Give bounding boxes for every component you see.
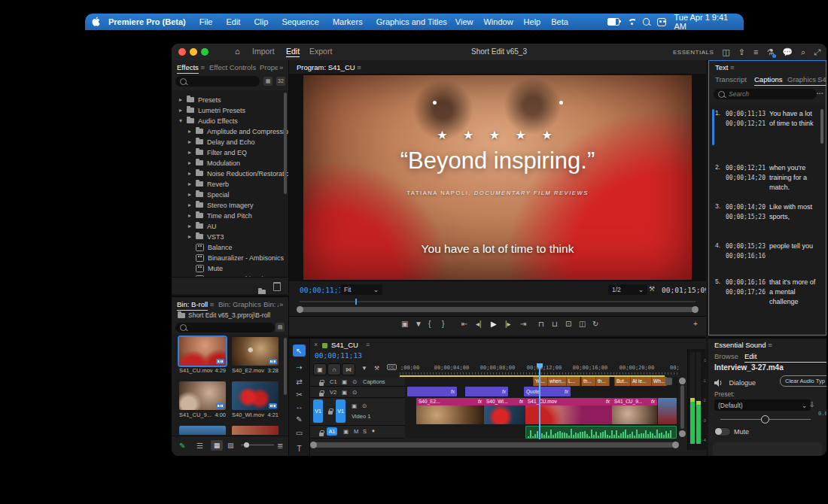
video-clip-partial[interactable] [658,398,677,424]
export-frame-icon[interactable]: ⊡ [565,320,571,328]
tree-item-noise-reduction[interactable]: ▸Noise Reduction/Restoration [172,169,288,178]
playhead-line[interactable] [539,369,540,439]
control-center-icon[interactable] [657,18,667,26]
fit-dropdown[interactable]: Fit⌄ [340,284,382,295]
caption-text[interactable]: when you're training for a match. [769,163,817,193]
mark-out-icon[interactable]: } [442,320,444,328]
caption-clip[interactable]: Wh... [651,377,667,386]
tree-item-presets[interactable]: ▸Presets [172,95,288,105]
menu-clip[interactable]: Clip [247,17,275,26]
track-header-v1[interactable]: V1 V1 ▣ ⊙ Video 1 [310,398,405,426]
clear-audio-type-button[interactable]: Clear Audio Typ [780,375,826,387]
chevron-icon[interactable]: ▸ [179,107,187,114]
nav-export[interactable]: Export [309,47,332,56]
timeline-timecode[interactable]: 00;00;11;13 [315,351,362,360]
wifi-icon[interactable] [627,19,635,26]
lock-icon[interactable] [319,382,324,386]
source-patch-v1[interactable]: V1 [313,399,323,423]
freeform-view-icon[interactable]: ▧ [227,442,234,449]
proxy-toggle-icon[interactable]: ↻ [592,320,598,328]
graphic-clip[interactable]: fx [407,387,457,396]
ripple-edit-tool[interactable]: ⇄ [293,375,306,387]
mute-toggle[interactable] [714,427,731,436]
graphic-clip-quote[interactable]: Quotefx [524,387,571,396]
tree-item-lumetri-presets[interactable]: ▸Lumetri Presets [172,105,288,115]
transform-handle[interactable] [433,101,437,105]
caption-clip[interactable]: L... [566,377,580,386]
bin-clip-s41-cu-9[interactable]: S41_CU_9...4:00 [179,381,226,418]
tree-item-reverb[interactable]: ▸Reverb [172,179,288,189]
tab-overflow-icon[interactable]: » [279,300,283,308]
zoom-slider-knob[interactable] [244,442,249,448]
mark-in-icon[interactable]: { [428,320,431,328]
panel-menu-icon[interactable]: ≡ [768,341,772,349]
chevron-icon[interactable]: ▸ [188,202,196,208]
menu-view[interactable]: View [454,17,475,26]
track-header-c1[interactable]: C1 ▣ ⊙ Captions [310,377,405,387]
menu-markers[interactable]: Markers [326,17,370,26]
caption-row-2[interactable]: 2. 00;00;12;2100;00;14;20 when you're tr… [715,163,822,193]
nav-import[interactable]: Import [252,47,275,56]
panel-menu-icon[interactable]: ≡ [201,63,205,71]
solo-track-button[interactable]: S [363,428,367,435]
tree-item-amplitude[interactable]: ▸Amplitude and Compression [172,126,288,136]
close-window-button[interactable] [178,48,186,56]
playback-resolution-dropdown[interactable]: 1/2⌄ [608,284,647,295]
selection-tool[interactable]: ↖ [293,345,306,357]
caption-text[interactable]: people tell you [769,241,817,261]
preset-dropdown[interactable]: (Default)⌄ [714,399,811,411]
track-visibility-eye-icon[interactable]: ⊙ [352,378,357,385]
tab-overflow[interactable]: S4 [817,75,826,83]
marker-icon[interactable]: ▼ [415,320,422,328]
bin-clip-s41-cu[interactable]: S41_CU.mov4:29 [179,337,226,374]
effects-scrollbar[interactable] [284,93,287,194]
menu-graphics-titles[interactable]: Graphics and Titles [370,17,454,26]
caption-row-1[interactable]: 1. 00;00;11;1300;00;12;21 You have a lot… [715,109,822,129]
caption-row-3[interactable]: 3. 00;00;14;2000;00;15;23 Like with most… [715,202,822,222]
automate-to-sequence-icon[interactable]: ≣ [277,442,283,450]
menu-window[interactable]: Window [482,17,514,26]
beta-feedback-beaker-icon[interactable]: ⚗ [766,47,774,57]
tab-graphics[interactable]: Graphics [787,75,816,83]
comparison-view-icon[interactable]: ◫ [579,320,586,328]
go-to-out-icon[interactable]: ⇥ [520,320,526,328]
captions-search-input[interactable]: Search [714,89,817,99]
lift-icon[interactable]: ⊓ [538,320,544,328]
nav-edit[interactable]: Edit [286,47,300,57]
icon-view-icon[interactable]: ▦ [211,440,223,451]
zoom-window-button[interactable] [201,48,209,56]
spotlight-search-icon[interactable] [643,18,650,26]
more-options-icon[interactable]: ••• [817,91,823,96]
caption-text[interactable]: Like with most sports, [769,202,817,222]
program-playhead[interactable] [355,299,357,305]
chevron-icon[interactable]: ▸ [188,170,196,177]
home-icon[interactable]: ⌂ [235,47,240,56]
tab-bin-audio[interactable]: Bin: Au [263,300,279,308]
chevron-down-icon[interactable]: ▾ [179,117,187,124]
step-back-icon[interactable]: ◂| [476,320,482,328]
apple-menu-icon[interactable] [85,17,102,28]
tab-transcript[interactable]: Transcript [715,75,747,83]
track-target-a1[interactable]: A1 [327,427,337,436]
share-export-icon[interactable]: ⇪ [738,47,745,57]
caption-text[interactable]: that it's more of a mental challenge [769,278,817,307]
track-visibility-eye-icon[interactable]: ⊙ [362,402,367,409]
quick-help-search-icon[interactable]: ⌕ [801,47,805,57]
chevron-icon[interactable]: ▸ [188,212,196,219]
extract-icon[interactable]: ⊔ [552,320,558,328]
chevron-icon[interactable]: ▸ [188,191,196,198]
timeline-h-scrollbar[interactable] [312,442,677,448]
delete-icon[interactable] [273,282,281,291]
tab-properties[interactable]: Propertie [260,63,278,71]
program-zoom-scrollbar[interactable] [298,307,697,312]
track-header-v2[interactable]: V2 ▣ ⊙ [310,387,405,398]
bin-search-input[interactable] [175,323,275,332]
bin-scrollbar[interactable] [284,338,287,395]
program-video-frame[interactable]: ★ ★ ★ ★ ★ “Beyond inspiring.” TATIANA NA… [303,75,692,280]
slip-tool[interactable]: ↔ [293,400,306,412]
bin-clip-partial[interactable] [232,426,279,435]
caption-row-5[interactable]: 5. 00;00;16;1600;00;17;26 that it's more… [715,278,822,307]
chevron-icon[interactable]: ▸ [188,149,196,156]
panel-menu-icon[interactable]: ≡ [366,341,370,348]
mute-track-button[interactable]: M [354,428,358,435]
